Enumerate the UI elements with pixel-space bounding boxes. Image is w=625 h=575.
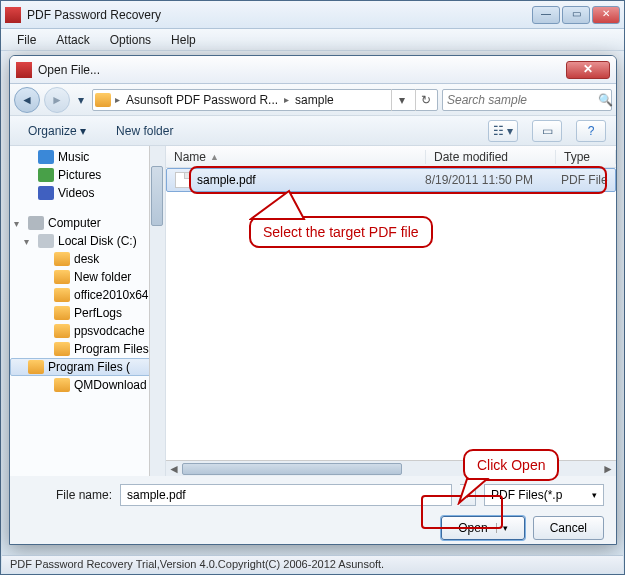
tree-item[interactable]: office2010x64 <box>10 286 165 304</box>
nav-row: ◄ ► ▾ ▸ Asunsoft PDF Password R... ▸ sam… <box>10 84 616 116</box>
menu-options[interactable]: Options <box>100 31 161 49</box>
file-icon <box>175 172 191 188</box>
view-button[interactable]: ☷ ▾ <box>488 120 518 142</box>
comp-icon <box>28 216 44 230</box>
folder-icon <box>54 324 70 338</box>
app-window: PDF Password Recovery — ▭ ✕ File Attack … <box>0 0 625 575</box>
col-type[interactable]: Type <box>556 150 616 164</box>
dialog-titlebar[interactable]: Open File... ✕ <box>10 56 616 84</box>
nav-forward-button[interactable]: ► <box>44 87 70 113</box>
tree-item[interactable]: ▾Computer <box>10 214 165 232</box>
tree-item[interactable]: Pictures <box>10 166 165 184</box>
filetype-filter[interactable]: PDF Files(*.p▾ <box>484 484 604 506</box>
tree-item-label: Program Files <box>74 342 149 356</box>
tree-item-label: ppsvodcache <box>74 324 145 338</box>
app-title: PDF Password Recovery <box>27 8 532 22</box>
dialog-title: Open File... <box>38 63 566 77</box>
expand-icon[interactable]: ▾ <box>14 218 24 229</box>
app-icon <box>5 7 21 23</box>
nav-history-dropdown[interactable]: ▾ <box>74 93 88 107</box>
dialog-bottom: File name: ▾ PDF Files(*.p▾ Open▾ Cancel <box>10 476 616 545</box>
menu-file[interactable]: File <box>7 31 46 49</box>
tree-item-label: Computer <box>48 216 101 230</box>
file-type: PDF File <box>555 173 615 187</box>
chevron-right-icon[interactable]: ▸ <box>115 94 120 105</box>
open-dropdown[interactable]: ▾ <box>496 523 508 533</box>
tree-item[interactable]: PerfLogs <box>10 304 165 322</box>
menubar: File Attack Options Help <box>1 29 624 51</box>
previewpane-button[interactable]: ▭ <box>532 120 562 142</box>
folder-icon <box>28 360 44 374</box>
tree-item[interactable]: ppsvodcache <box>10 322 165 340</box>
tree-item-label: Pictures <box>58 168 101 182</box>
status-bar: PDF Password Recovery Trial,Version 4.0.… <box>2 555 623 573</box>
file-list-hscrollbar[interactable]: ◄ ► <box>166 460 616 476</box>
col-name[interactable]: Name▲ <box>166 150 426 164</box>
menu-help[interactable]: Help <box>161 31 206 49</box>
tree-item[interactable]: Videos <box>10 184 165 202</box>
maximize-button[interactable]: ▭ <box>562 6 590 24</box>
chevron-right-icon[interactable]: ▸ <box>284 94 289 105</box>
newfolder-button[interactable]: New folder <box>108 120 181 142</box>
address-bar[interactable]: ▸ Asunsoft PDF Password R... ▸ sample ▾ … <box>92 89 438 111</box>
titlebar[interactable]: PDF Password Recovery — ▭ ✕ <box>1 1 624 29</box>
address-dropdown[interactable]: ▾ <box>391 89 411 111</box>
file-name: sample.pdf <box>197 173 425 187</box>
folder-icon <box>54 306 70 320</box>
search-box[interactable]: 🔍 <box>442 89 612 111</box>
tree-item-label: office2010x64 <box>74 288 149 302</box>
tree-item[interactable]: Program Files <box>10 340 165 358</box>
refresh-button[interactable]: ↻ <box>415 89 435 111</box>
col-date[interactable]: Date modified <box>426 150 556 164</box>
tree-item-label: Videos <box>58 186 94 200</box>
breadcrumb-seg-2[interactable]: sample <box>293 93 336 107</box>
sort-asc-icon: ▲ <box>210 152 219 162</box>
nav-back-button[interactable]: ◄ <box>14 87 40 113</box>
dialog-icon <box>16 62 32 78</box>
tree-item-label: QMDownload <box>74 378 147 392</box>
disk-icon <box>38 234 54 248</box>
scroll-right-icon: ► <box>600 462 616 476</box>
tree-item[interactable]: New folder <box>10 268 165 286</box>
tree-item-label: Music <box>58 150 89 164</box>
open-file-dialog: Open File... ✕ ◄ ► ▾ ▸ Asunsoft PDF Pass… <box>9 55 617 545</box>
pic-icon <box>38 168 54 182</box>
toolbar: Organize ▾ New folder ☷ ▾ ▭ ? <box>10 116 616 146</box>
filename-label: File name: <box>22 488 112 502</box>
scroll-left-icon: ◄ <box>166 462 182 476</box>
folder-icon <box>54 270 70 284</box>
folder-tree[interactable]: MusicPicturesVideos▾Computer▾Local Disk … <box>10 146 166 476</box>
filename-dropdown[interactable]: ▾ <box>460 484 476 506</box>
cancel-button[interactable]: Cancel <box>533 516 604 540</box>
file-date: 8/19/2011 11:50 PM <box>425 173 555 187</box>
expand-icon[interactable]: ▾ <box>24 236 34 247</box>
folder-icon <box>54 252 70 266</box>
minimize-button[interactable]: — <box>532 6 560 24</box>
tree-item-label: New folder <box>74 270 131 284</box>
vid-icon <box>38 186 54 200</box>
tree-item[interactable]: Program Files ( <box>10 358 165 376</box>
folder-icon <box>54 342 70 356</box>
breadcrumb-seg-1[interactable]: Asunsoft PDF Password R... <box>124 93 280 107</box>
tree-item-label: desk <box>74 252 99 266</box>
menu-attack[interactable]: Attack <box>46 31 99 49</box>
tree-item[interactable]: QMDownload <box>10 376 165 394</box>
filename-input[interactable] <box>120 484 452 506</box>
help-button[interactable]: ? <box>576 120 606 142</box>
search-input[interactable] <box>447 93 598 107</box>
file-row[interactable]: sample.pdf8/19/2011 11:50 PMPDF File <box>166 168 616 192</box>
dialog-close-button[interactable]: ✕ <box>566 61 610 79</box>
tree-item[interactable]: Music <box>10 148 165 166</box>
open-button[interactable]: Open▾ <box>441 516 524 540</box>
file-list-header: Name▲ Date modified Type <box>166 146 616 168</box>
close-button[interactable]: ✕ <box>592 6 620 24</box>
tree-item[interactable]: desk <box>10 250 165 268</box>
folder-icon <box>54 288 70 302</box>
tree-item-label: Program Files ( <box>48 360 130 374</box>
tree-item-label: Local Disk (C:) <box>58 234 137 248</box>
tree-scrollbar[interactable] <box>149 146 165 476</box>
organize-button[interactable]: Organize ▾ <box>20 120 94 142</box>
search-icon: 🔍 <box>598 93 613 107</box>
tree-item[interactable]: ▾Local Disk (C:) <box>10 232 165 250</box>
folder-icon <box>54 378 70 392</box>
